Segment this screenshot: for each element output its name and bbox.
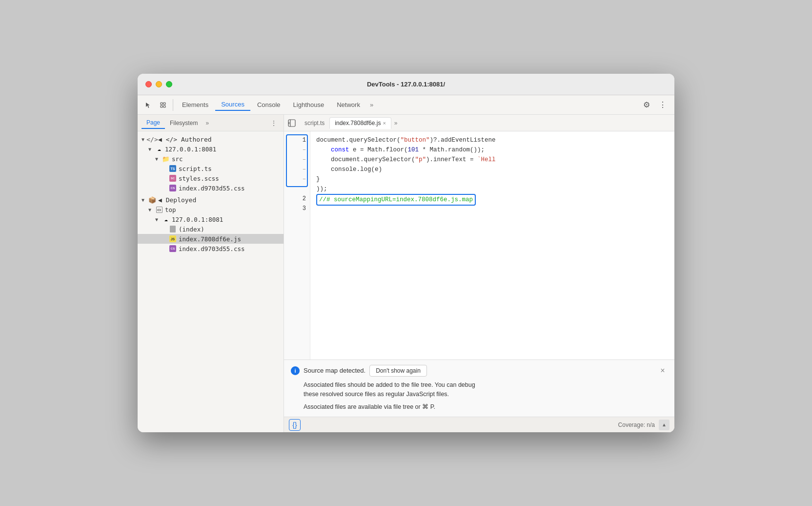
notification-body: Associated files should be added to the … [304, 380, 668, 412]
line-numbers: 1 – – – – 2 3 [284, 131, 310, 359]
toolbar-more-tabs[interactable]: » [367, 99, 376, 110]
line-num-2: 2 [284, 194, 310, 204]
file-tab-index-js-label: index.7808df6e.js [335, 120, 381, 126]
notification-body-line1: Associated files should be added to the … [304, 380, 668, 390]
dont-show-again-button[interactable]: Don't show again [369, 365, 427, 377]
tree-item-index-js[interactable]: ▶ JS index.7808df6e.js [138, 234, 284, 244]
tab-console[interactable]: Console [251, 99, 286, 110]
main-layout: Page Filesystem » ⋮ ▼ </> ◀ </> Authored… [138, 115, 674, 432]
bottom-bar-right: Coverage: n/a ▲ [618, 420, 670, 430]
svg-rect-1 [163, 103, 165, 105]
script-ts-label: script.ts [179, 165, 212, 172]
tab-network[interactable]: Network [331, 99, 366, 110]
close-button[interactable] [145, 81, 152, 87]
inspect-icon[interactable] [156, 98, 170, 112]
sidebar-options-icon[interactable]: ⋮ [268, 117, 280, 129]
tree-item-styles-scss[interactable]: ▶ SC styles.scss [138, 173, 284, 183]
deployed-label: ◀ Deployed [158, 196, 196, 204]
code-line-4: console.log(e) [316, 165, 669, 174]
file-tab-script-ts-label: script.ts [304, 120, 325, 126]
line-numbers-highlight-box [286, 134, 308, 187]
code-line-2: const e = Math.floor(101 * Math.random()… [316, 145, 669, 155]
svg-rect-4 [288, 120, 295, 126]
tab-sources[interactable]: Sources [215, 99, 250, 111]
code-line-5: } [316, 174, 669, 184]
minimize-button[interactable] [156, 81, 162, 87]
sidebar-tab-page[interactable]: Page [142, 117, 165, 129]
traffic-lights [145, 81, 172, 87]
code-line-3: document.querySelector("p").innerText = … [316, 155, 669, 165]
file-tab-close-icon[interactable]: × [383, 120, 386, 126]
tree-item-deployed-host[interactable]: ▼ ☁ 127.0.0.1:8081 [138, 214, 284, 224]
cursor-icon[interactable] [142, 98, 155, 112]
deployed-host-label: 127.0.0.1:8081 [172, 216, 223, 223]
index-js-label: index.7808df6e.js [179, 235, 241, 243]
authored-host-label: 127.0.0.1:8081 [165, 146, 216, 153]
code-line-1: document.querySelector("button")?.addEve… [316, 135, 669, 145]
notification-title: Source map detected. [304, 367, 365, 374]
sidebar-tabs: Page Filesystem » ⋮ [138, 115, 284, 131]
code-line-6: )); [316, 184, 669, 194]
index-css-deployed-label: index.d9703d55.css [179, 245, 244, 253]
index-html-label: (index) [179, 226, 204, 233]
code-area: 1 – – – – 2 3 document.querySelector("bu… [284, 131, 674, 417]
index-css-authored-label: index.d9703d55.css [179, 185, 244, 192]
notification-header: i Source map detected. Don't show again … [291, 365, 668, 377]
tree-item-deployed[interactable]: ▼ 📦 ◀ Deployed [138, 195, 284, 205]
svg-rect-3 [163, 105, 165, 107]
titlebar: DevTools - 127.0.0.1:8081/ [138, 74, 674, 95]
notification-close-icon[interactable]: × [658, 366, 668, 376]
toolbar-separator [173, 99, 173, 111]
main-toolbar: Elements Sources Console Lighthouse Netw… [138, 95, 674, 115]
file-tabs: script.ts index.7808df6e.js × » [284, 115, 674, 131]
panel-toggle-icon[interactable] [286, 117, 298, 129]
tree-item-authored-host[interactable]: ▼ ☁ 127.0.0.1:8081 [138, 144, 284, 154]
tree-item-index-css-authored[interactable]: ▶ CS index.d9703d55.css [138, 183, 284, 193]
tree-item-script-ts[interactable]: ▶ TS script.ts [138, 164, 284, 173]
window-title: DevTools - 127.0.0.1:8081/ [145, 81, 667, 88]
coverage-label: Coverage: n/a [618, 422, 655, 428]
notification-bar: i Source map detected. Don't show again … [284, 359, 674, 417]
line-num-3: 3 [284, 204, 310, 213]
maximize-button[interactable] [166, 81, 172, 87]
source-map-url-line: //# sourceMappingURL=index.7808df6e.js.m… [316, 194, 476, 206]
svg-rect-2 [161, 105, 162, 107]
devtools-window: DevTools - 127.0.0.1:8081/ Elements Sour… [138, 74, 674, 432]
authored-label: ◀ </> Authored [158, 136, 212, 143]
notification-body-line3: Associated files are available via file … [304, 402, 668, 412]
tree-item-top[interactable]: ▼ ▭ top [138, 205, 284, 214]
code-content[interactable]: 1 – – – – 2 3 document.querySelector("bu… [284, 131, 674, 359]
bottom-bar-left: {} [289, 419, 301, 431]
sidebar-more-tabs[interactable]: » [203, 119, 212, 127]
src-label: src [172, 155, 183, 163]
file-tab-index-js[interactable]: index.7808df6e.js × [329, 117, 391, 129]
code-line-7: //# sourceMappingURL=index.7808df6e.js.m… [316, 194, 669, 204]
tree-item-src[interactable]: ▼ 📁 src [138, 154, 284, 164]
format-button[interactable]: {} [289, 419, 301, 431]
scroll-to-top-button[interactable]: ▲ [659, 420, 670, 430]
notification-body-line2: these resolved source files as regular J… [304, 390, 668, 399]
info-icon: i [291, 366, 300, 375]
tree-item-index-html[interactable]: ▶ (index) [138, 224, 284, 234]
code-panel: script.ts index.7808df6e.js × » 1 – – [284, 115, 674, 432]
settings-icon[interactable]: ⚙ [639, 98, 654, 111]
styles-scss-label: styles.scss [179, 175, 219, 182]
bottom-bar: {} Coverage: n/a ▲ [284, 417, 674, 432]
top-label: top [165, 206, 176, 213]
file-tabs-more[interactable]: » [391, 119, 401, 127]
tab-elements[interactable]: Elements [176, 99, 214, 110]
sidebar-tab-filesystem[interactable]: Filesystem [165, 118, 203, 128]
code-lines: document.querySelector("button")?.addEve… [310, 131, 674, 359]
sidebar: Page Filesystem » ⋮ ▼ </> ◀ </> Authored… [138, 115, 284, 432]
more-options-icon[interactable]: ⋮ [655, 98, 670, 111]
tree-item-index-css-deployed[interactable]: ▶ CS index.d9703d55.css [138, 244, 284, 253]
svg-rect-0 [161, 103, 162, 105]
tab-lighthouse[interactable]: Lighthouse [287, 99, 330, 110]
tree-item-authored[interactable]: ▼ </> ◀ </> Authored [138, 134, 284, 144]
file-tab-script-ts[interactable]: script.ts [300, 118, 329, 128]
sidebar-tree: ▼ </> ◀ </> Authored ▼ ☁ 127.0.0.1:8081 … [138, 131, 284, 432]
